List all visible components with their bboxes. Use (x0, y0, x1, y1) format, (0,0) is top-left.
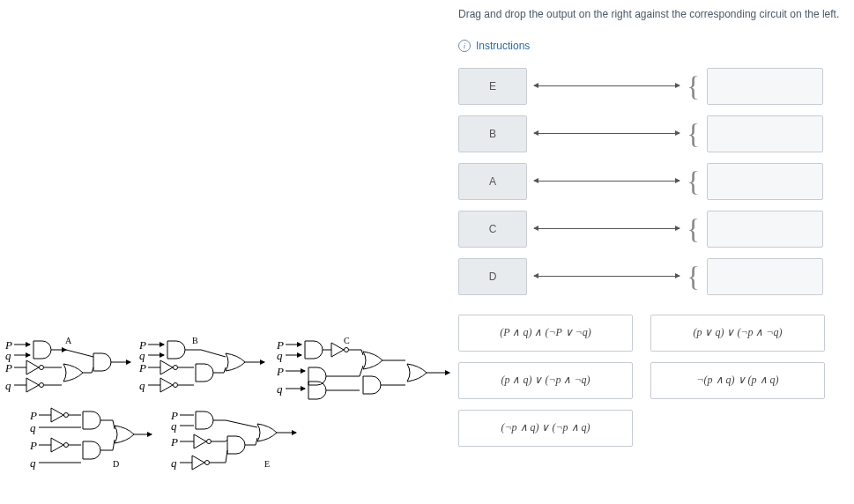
instructions-toggle[interactable]: i Instructions (458, 40, 854, 52)
match-source-b[interactable]: B (458, 115, 527, 152)
match-dropzone[interactable] (707, 68, 823, 105)
var-p: P (277, 338, 284, 352)
brace-icon: { (687, 115, 700, 152)
match-dropzone[interactable] (707, 115, 823, 152)
match-row: D { (458, 258, 854, 295)
answer-bank: (P ∧ q) ∧ (¬P ∨ ¬q) (p ∨ q) ∨ (¬p ∧ ¬q) … (458, 315, 854, 447)
match-line (534, 228, 679, 229)
var-q: q (171, 419, 177, 434)
answer-option[interactable]: (P ∧ q) ∧ (¬P ∨ ¬q) (458, 315, 633, 352)
var-q: q (139, 379, 145, 393)
var-p: P (30, 409, 37, 423)
right-panel: Drag and drop the output on the right ag… (458, 7, 854, 447)
match-dropzone[interactable] (707, 163, 823, 200)
match-row: C { (458, 211, 854, 248)
match-row: B { (458, 115, 854, 152)
circuit-label-a: A (65, 336, 71, 345)
var-p: P (171, 435, 178, 449)
info-icon: i (458, 40, 471, 52)
var-q: q (139, 349, 145, 363)
instructions-label: Instructions (476, 40, 530, 52)
circuit-label-b: B (192, 336, 198, 345)
var-q: q (5, 349, 11, 363)
match-rows: E { B { A { C { D { (458, 68, 854, 295)
circuit-label-d: D (113, 459, 119, 469)
match-dropzone[interactable] (707, 258, 823, 295)
brace-icon: { (687, 68, 700, 105)
var-p: P (171, 409, 178, 423)
svg-line-32 (360, 366, 363, 376)
question-text: Drag and drop the output on the right ag… (458, 7, 854, 22)
answer-option[interactable]: (¬p ∧ q) ∨ (¬p ∧ q) (458, 410, 633, 447)
var-q: q (277, 382, 283, 397)
answer-option[interactable]: ¬(p ∧ q) ∨ (p ∧ q) (650, 362, 825, 399)
answer-option[interactable]: (p ∧ q) ∨ (¬p ∧ ¬q) (458, 362, 633, 399)
var-q: q (30, 456, 36, 471)
svg-line-54 (226, 440, 227, 441)
brace-icon: { (687, 211, 700, 248)
var-q: q (30, 421, 36, 435)
circuits-svg (0, 339, 458, 498)
var-p: P (5, 361, 12, 375)
var-q: q (5, 379, 11, 393)
svg-line-57 (226, 420, 257, 427)
svg-line-10 (92, 367, 93, 373)
var-p: P (5, 338, 12, 352)
match-line (534, 276, 679, 277)
svg-line-55 (226, 450, 227, 463)
var-p: P (277, 365, 284, 379)
circuit-label-e: E (264, 459, 270, 469)
var-q: q (171, 456, 177, 471)
match-row: A { (458, 163, 854, 200)
circuit-diagrams: P q P q A P q P q B P q P q C P q P q D … (0, 339, 458, 498)
match-line (534, 85, 679, 86)
svg-line-21 (224, 367, 226, 373)
svg-line-45 (113, 440, 115, 450)
circuit-label-c: C (344, 336, 350, 345)
match-row: E { (458, 68, 854, 105)
svg-line-9 (66, 350, 93, 357)
match-dropzone[interactable] (707, 211, 823, 248)
match-line (534, 133, 679, 134)
var-p: P (30, 439, 37, 453)
svg-line-44 (113, 420, 115, 429)
match-source-a[interactable]: A (458, 163, 527, 200)
brace-icon: { (687, 258, 700, 295)
var-q: q (277, 349, 283, 363)
var-p: P (139, 361, 146, 375)
brace-icon: { (687, 163, 700, 200)
svg-line-31 (361, 350, 363, 355)
match-source-c[interactable]: C (458, 211, 527, 248)
answer-option[interactable]: (p ∨ q) ∨ (¬p ∧ ¬q) (650, 315, 825, 352)
svg-line-58 (256, 438, 257, 445)
match-source-d[interactable]: D (458, 258, 527, 295)
svg-line-20 (201, 350, 226, 357)
match-line (534, 181, 679, 182)
match-source-e[interactable]: E (458, 68, 527, 105)
var-p: P (139, 338, 146, 352)
